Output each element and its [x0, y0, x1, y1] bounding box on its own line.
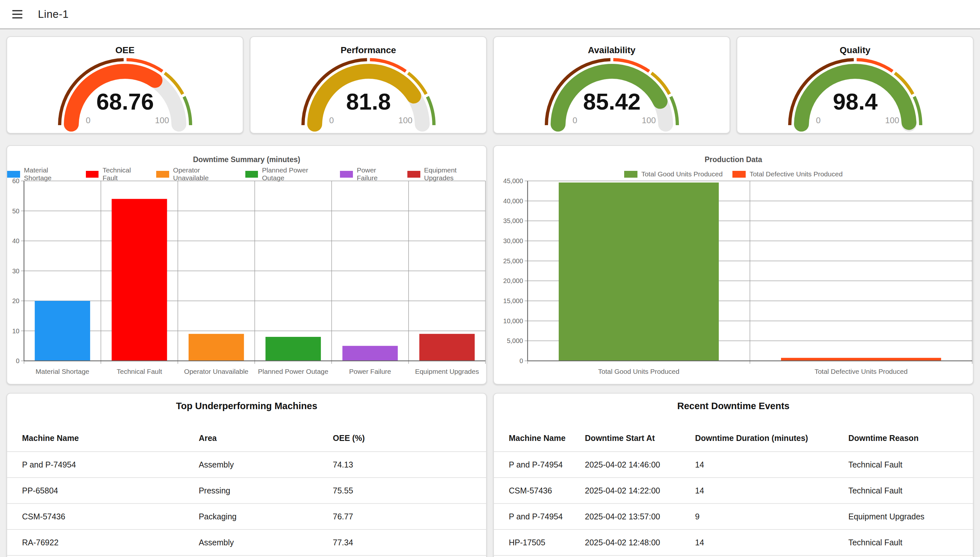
table-cell: 14: [695, 452, 848, 477]
table-cell: 74.13: [333, 452, 486, 477]
table-cell: Technical Fault: [848, 529, 973, 555]
production-data-chart-card: Production Data Total Good Units Produce…: [493, 145, 973, 384]
table-cell: P and P-74954: [494, 503, 585, 529]
table-cell: 75.55: [333, 477, 486, 503]
gauge-title: Availability: [494, 37, 730, 56]
chart-row: Downtime Summary (minutes) Material Shor…: [7, 145, 973, 384]
legend-swatch: [732, 171, 746, 178]
table-title: Top Underperforming Machines: [7, 394, 486, 412]
table-cell: Technical Fault: [848, 477, 973, 503]
column-header: Machine Name: [7, 425, 199, 452]
table-cell: 76.77: [333, 503, 486, 529]
gauge-min-label: 0: [572, 116, 577, 125]
legend-swatch: [86, 171, 99, 178]
x-axis-label: Technical Fault: [117, 368, 162, 375]
bar[interactable]: [265, 337, 321, 361]
underperforming-machines-table: Machine NameAreaOEE (%)P and P-74954Asse…: [7, 425, 486, 556]
chart-title: Downtime Summary (minutes): [7, 146, 486, 164]
column-header: Downtime Reason: [848, 425, 973, 452]
table-cell: 2025-04-02 14:22:00: [585, 477, 695, 503]
gauge-value: 81.8: [346, 89, 390, 114]
x-axis-label: Power Failure: [349, 368, 391, 375]
availability-gauge-card: Availability 85.420100: [493, 36, 730, 134]
chart-legend: Material ShortageTechnical FaultOperator…: [7, 170, 486, 178]
table-row: Top Underperforming Machines Machine Nam…: [7, 393, 973, 557]
table-cell: RA-76922: [7, 529, 199, 555]
bar[interactable]: [419, 334, 475, 361]
oee-gauge: 68.760100: [50, 58, 200, 133]
bar-chart-canvas: 0102030405060Material ShortageTechnical …: [11, 178, 487, 382]
recent-downtime-events-card: Recent Downtime Events Machine NameDownt…: [493, 393, 973, 557]
legend-swatch: [407, 171, 420, 178]
performance-gauge-card: Performance 81.80100: [250, 36, 487, 134]
gauge-title: Performance: [250, 37, 486, 56]
table-row: CSM-574362025-04-02 14:22:0014Technical …: [494, 477, 973, 503]
table-cell: 9: [695, 503, 848, 529]
app-header: Line-1: [0, 0, 980, 29]
table-cell: Equipment Upgrades: [848, 503, 973, 529]
gauge-title: OEE: [7, 37, 243, 56]
table-cell: CSM-57436: [7, 503, 199, 529]
bar[interactable]: [559, 182, 719, 361]
table-header-row: Machine NameAreaOEE (%): [7, 425, 486, 452]
table-cell: 77.34: [333, 529, 486, 555]
legend-swatch: [245, 171, 258, 178]
y-axis-label: 5,000: [507, 337, 523, 344]
y-axis-label: 50: [12, 207, 20, 215]
bar[interactable]: [781, 358, 941, 361]
dashboard: OEE 68.760100 Performance 81.80100 Avail…: [0, 36, 980, 557]
performance-gauge: 81.80100: [294, 58, 443, 133]
table-row: HP-175052025-04-02 12:48:0014Technical F…: [494, 529, 973, 555]
chart-title: Production Data: [494, 146, 973, 164]
x-axis-label: Total Defective Units Produced: [814, 368, 907, 375]
legend-item[interactable]: Total Good Units Produced: [624, 170, 723, 178]
page-title: Line-1: [38, 8, 69, 20]
x-axis-label: Material Shortage: [36, 368, 89, 375]
legend-swatch: [340, 171, 353, 178]
y-axis-label: 45,000: [503, 178, 523, 184]
bar[interactable]: [112, 199, 167, 361]
x-axis-label: Equipment Upgrades: [415, 368, 479, 375]
column-header: Downtime Start At: [585, 425, 695, 452]
y-axis-label: 15,000: [503, 297, 523, 305]
table-cell: HP-17505: [494, 529, 585, 555]
table-cell: Assembly: [199, 452, 333, 477]
gauge-max-label: 100: [885, 116, 899, 125]
y-axis-label: 10,000: [503, 318, 523, 324]
x-axis-label: Operator Unavailable: [184, 368, 248, 375]
table-cell: P and P-74954: [494, 452, 585, 477]
bar[interactable]: [343, 346, 398, 361]
column-header: Area: [199, 425, 333, 452]
x-axis-label: Planned Power Outage: [258, 368, 328, 375]
column-header: Machine Name: [494, 425, 585, 452]
gauge-min-label: 0: [86, 116, 90, 125]
table-cell: P and P-74954: [7, 452, 199, 477]
table-cell: 2025-04-02 13:57:00: [585, 503, 695, 529]
bar[interactable]: [189, 334, 244, 361]
table-cell: Packaging: [199, 503, 333, 529]
y-axis-label: 35,000: [503, 217, 523, 224]
hamburger-menu-icon[interactable]: [10, 7, 25, 21]
legend-label: Total Good Units Produced: [641, 170, 723, 178]
quality-gauge: 98.40100: [781, 58, 930, 133]
table-cell: 14: [695, 477, 848, 503]
gauge-title: Quality: [737, 37, 973, 56]
gauge-value: 98.4: [832, 89, 878, 114]
bar[interactable]: [35, 301, 90, 361]
table-cell: Technical Fault: [848, 452, 973, 477]
table-row: P and P-74954Assembly74.13: [7, 452, 486, 477]
gauge-value: 85.42: [583, 89, 641, 114]
y-axis-label: 0: [16, 357, 20, 365]
downtime-events-table: Machine NameDowntime Start AtDowntime Du…: [494, 425, 973, 556]
bar-chart-canvas: 05,00010,00015,00020,00025,00030,00035,0…: [498, 178, 973, 382]
column-header: Downtime Duration (minutes): [695, 425, 848, 452]
legend-swatch: [7, 171, 20, 178]
gauge-min-label: 0: [329, 116, 333, 125]
legend-label: Total Defective Units Produced: [749, 170, 843, 178]
table-cell: Assembly: [199, 529, 333, 555]
table-row: P and P-749542025-04-02 14:46:0014Techni…: [494, 452, 973, 477]
legend-item[interactable]: Total Defective Units Produced: [732, 170, 843, 178]
table-title: Recent Downtime Events: [494, 394, 973, 412]
table-cell: CSM-57436: [494, 477, 585, 503]
gauge-row: OEE 68.760100 Performance 81.80100 Avail…: [7, 36, 973, 134]
